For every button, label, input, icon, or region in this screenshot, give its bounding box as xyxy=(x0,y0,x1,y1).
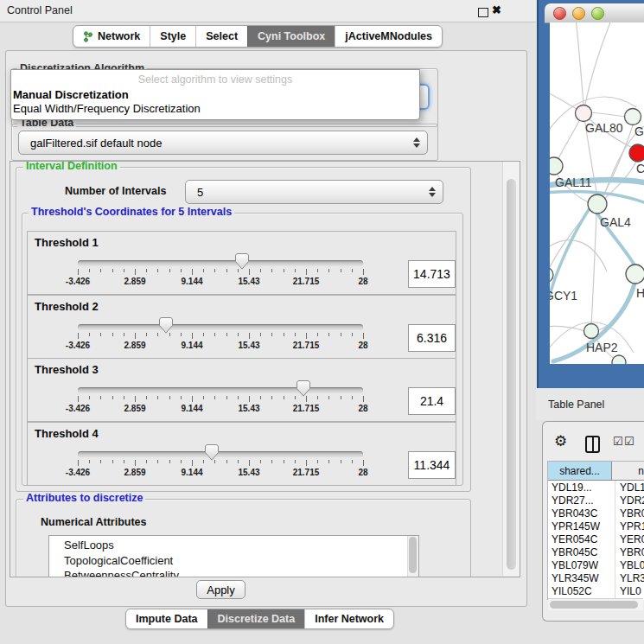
table-cell-name[interactable]: YPR1 xyxy=(615,520,644,532)
network-node-hap2[interactable] xyxy=(584,324,599,339)
network-node-gcy1[interactable] xyxy=(550,267,553,283)
number-of-intervals-combo[interactable]: 5 xyxy=(185,180,443,204)
tick-mark xyxy=(226,269,227,272)
table-cell-name[interactable]: YER0 xyxy=(615,532,644,545)
bottom-tab-impute-data[interactable]: Impute Data xyxy=(126,609,207,628)
network-node-g-partial[interactable] xyxy=(625,109,641,125)
tick-mark xyxy=(146,333,147,336)
tab-style[interactable]: Style xyxy=(150,26,195,47)
table-header-shared-name[interactable]: shared... xyxy=(548,462,612,480)
network-canvas[interactable]: GAL80GCGAL11GAL4GCY1HHAP2 xyxy=(550,22,644,364)
attribute-item-betweennesscentrality[interactable]: BetweennessCentrality xyxy=(49,568,418,577)
table-cell-shared-name[interactable]: YBR045C xyxy=(548,545,615,558)
network-node-gal4[interactable] xyxy=(588,194,607,214)
table-row[interactable]: YBR045CYBR0 xyxy=(548,545,644,558)
table-header-name[interactable]: n xyxy=(612,462,644,480)
network-node-bottom-node[interactable] xyxy=(612,355,626,364)
checkbox-icon[interactable]: ☑ xyxy=(624,435,634,448)
table-cell-name[interactable]: YBR0 xyxy=(615,507,644,520)
mac-zoom-button[interactable] xyxy=(591,7,604,20)
tick-label: 28 xyxy=(358,468,367,477)
table-cell-shared-name[interactable]: YBR043C xyxy=(548,507,615,520)
table-hscrollbar-thumb[interactable] xyxy=(550,601,638,609)
tick-mark xyxy=(157,269,158,272)
tick-label: 9.144 xyxy=(181,404,202,413)
table-row[interactable]: YBL079WYBL0 xyxy=(548,559,644,572)
attribute-item-selfloops[interactable]: SelfLoops xyxy=(49,538,418,553)
bottom-tab-infer-network[interactable]: Infer Network xyxy=(304,609,393,628)
bottom-tab-discretize-data[interactable]: Discretize Data xyxy=(207,609,305,628)
tab-network[interactable]: Network xyxy=(73,26,150,47)
network-node-label: GAL4 xyxy=(600,215,631,229)
threshold-value-input[interactable]: 14.713 xyxy=(408,260,456,288)
table-cell-name[interactable]: YDL1 xyxy=(615,481,644,494)
table-cell-name[interactable]: YLR3 xyxy=(615,572,644,585)
table-cell-shared-name[interactable]: YER054C xyxy=(548,532,615,545)
network-node-label: H xyxy=(636,286,644,300)
table-cell-name[interactable]: YIL0 xyxy=(615,585,644,598)
settings-vertical-scrollbar[interactable] xyxy=(502,162,520,576)
threshold-value-input[interactable]: 21.4 xyxy=(408,387,456,415)
table-row[interactable]: YLR345WYLR3 xyxy=(548,572,644,585)
tick-mark xyxy=(260,333,261,336)
tick-mark xyxy=(284,396,284,399)
tab-select[interactable]: Select xyxy=(195,26,247,47)
tick-mark xyxy=(169,269,170,272)
network-node-gal80[interactable] xyxy=(576,105,592,122)
settings-scrollbar-thumb[interactable] xyxy=(507,179,516,570)
threshold-slider-track[interactable] xyxy=(78,324,363,330)
attribute-item-topologicalcoefficient[interactable]: TopologicalCoefficient xyxy=(49,553,418,569)
table-data-combo[interactable]: galFiltered.sif default node xyxy=(18,131,428,155)
close-icon[interactable]: ✖ xyxy=(492,3,501,16)
network-edge xyxy=(598,284,634,330)
table-cell-shared-name[interactable]: YDL19... xyxy=(548,481,615,494)
apply-button[interactable]: Apply xyxy=(196,580,245,599)
table-cell-shared-name[interactable]: YIL052C xyxy=(548,585,615,598)
tick-mark xyxy=(341,269,341,272)
threshold-slider-track[interactable] xyxy=(78,260,363,266)
threshold-slider-track[interactable] xyxy=(78,387,363,393)
mac-close-button[interactable] xyxy=(553,7,566,20)
tab-label: Impute Data xyxy=(136,613,198,625)
checkbox-icon[interactable]: ☑ xyxy=(613,435,623,448)
threshold-slider-track[interactable] xyxy=(78,451,363,457)
attributes-list-scrollbar[interactable] xyxy=(407,536,418,577)
table-cell-shared-name[interactable]: YBL079W xyxy=(548,559,615,572)
gear-icon[interactable]: ⚙ xyxy=(554,433,567,450)
table-row[interactable]: YBR043CYBR0 xyxy=(548,507,644,520)
mac-minimize-button[interactable] xyxy=(572,7,585,20)
table-row[interactable]: YER054CYER0 xyxy=(548,532,644,545)
table-row[interactable]: YPR145WYPR1 xyxy=(548,520,644,532)
table-cell-name[interactable]: YBR0 xyxy=(615,545,644,558)
threshold-slider-thumb[interactable] xyxy=(205,444,219,461)
algorithm-option-manual-discretization[interactable]: Manual Discretization xyxy=(13,88,129,102)
threshold-slider-thumb[interactable] xyxy=(296,380,310,397)
tab-cyni-toolbox[interactable]: Cyni Toolbox xyxy=(247,26,335,47)
table-cell-name[interactable]: YDR2 xyxy=(615,494,644,507)
network-node-h-partial[interactable] xyxy=(626,265,644,284)
threshold-slider-thumb[interactable] xyxy=(235,253,249,270)
threshold-value-input[interactable]: 6.316 xyxy=(408,324,456,352)
table-row[interactable]: YIL052CYIL0 xyxy=(548,585,644,598)
attributes-list-scrollbar-thumb[interactable] xyxy=(409,537,417,573)
float-window-icon[interactable] xyxy=(478,8,488,17)
table-cell-name[interactable]: YBL0 xyxy=(615,559,644,572)
tick-mark xyxy=(192,333,193,339)
table-cell-shared-name[interactable]: YLR345W xyxy=(548,572,615,585)
table-cell-shared-name[interactable]: YPR145W xyxy=(548,520,615,532)
network-node-red-node[interactable] xyxy=(629,144,644,162)
algorithm-option-equal-width-frequency-discretization[interactable]: Equal Width/Frequency Discretization xyxy=(13,102,201,116)
table-row[interactable]: YDR27...YDR2 xyxy=(548,494,644,507)
table-cell-shared-name[interactable]: YDR27... xyxy=(548,494,615,507)
tick-mark xyxy=(295,269,296,272)
table-row[interactable]: YDL19...YDL1 xyxy=(548,481,644,494)
numerical-attributes-list[interactable]: SelfLoopsTopologicalCoefficientBetweenne… xyxy=(48,535,419,577)
columns-icon[interactable] xyxy=(585,436,600,453)
network-node-gal11[interactable] xyxy=(550,157,563,175)
threshold-value-input[interactable]: 11.344 xyxy=(408,451,456,479)
table-horizontal-scrollbar[interactable] xyxy=(548,598,643,610)
threshold-slider-thumb[interactable] xyxy=(159,317,173,334)
tick-label: 21.715 xyxy=(293,341,320,350)
tab-jactivemnodules[interactable]: jActiveMNodules xyxy=(335,26,442,47)
network-edge xyxy=(591,112,625,117)
